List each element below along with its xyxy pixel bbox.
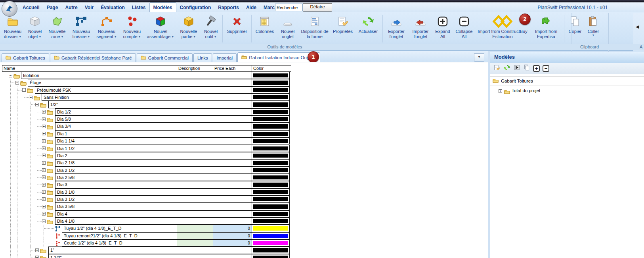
price-each-cell[interactable]: 0 bbox=[213, 239, 252, 246]
name-cell[interactable]: Dia 3 5/8 bbox=[55, 203, 177, 210]
new-linear-button[interactable]: Nouveau linéaire▼ bbox=[69, 13, 93, 44]
description-cell[interactable] bbox=[177, 210, 213, 218]
color-cell[interactable] bbox=[252, 239, 290, 246]
color-cell[interactable] bbox=[252, 137, 290, 144]
name-cell[interactable]: Tuyau 1/2" (dia 4 1/8)_E_T_D bbox=[62, 225, 177, 232]
tab-links[interactable]: Links bbox=[193, 53, 212, 62]
goto-item-icon[interactable] bbox=[513, 64, 520, 73]
tree-expander-plus[interactable]: + bbox=[42, 175, 46, 179]
import-constructbuy-button[interactable]: Import from ConstructBuy Estimation 2 bbox=[476, 13, 529, 44]
tree-expander-minus[interactable]: − bbox=[15, 81, 19, 85]
price-each-cell[interactable] bbox=[213, 79, 252, 86]
color-cell[interactable] bbox=[252, 145, 290, 152]
price-each-cell[interactable] bbox=[213, 174, 252, 181]
price-each-cell[interactable] bbox=[213, 196, 252, 203]
properties-icon[interactable] bbox=[493, 64, 501, 73]
price-each-cell[interactable] bbox=[213, 137, 252, 144]
description-cell[interactable] bbox=[177, 189, 213, 196]
new-tool-button[interactable]: Nouvel outil▼ bbox=[201, 13, 220, 44]
properties-button[interactable]: Propriétés bbox=[331, 13, 355, 44]
import-tab-button[interactable]: Importer l'onglet bbox=[409, 13, 432, 44]
refresh-button[interactable]: Actualiser bbox=[356, 13, 380, 44]
name-cell[interactable]: Dia 4 1/8 bbox=[55, 218, 177, 225]
price-each-cell[interactable] bbox=[213, 203, 252, 210]
columns-button[interactable]: Colonnes bbox=[254, 13, 276, 44]
color-cell[interactable] bbox=[252, 72, 290, 79]
price-each-cell[interactable] bbox=[213, 254, 252, 258]
tree-expander-plus[interactable]: + bbox=[42, 139, 46, 143]
new-count-button[interactable]: Nouveau compte▼ bbox=[120, 13, 144, 44]
name-cell[interactable]: Dia 2 1/2 bbox=[55, 167, 177, 174]
tab-list-dropdown-button[interactable]: ▼ bbox=[474, 53, 484, 62]
color-cell[interactable] bbox=[252, 159, 290, 166]
name-cell[interactable]: 1 1/2" bbox=[48, 254, 177, 258]
planswift-logo-icon[interactable] bbox=[2, 1, 17, 17]
tab-gabarit-r-sidentiel-st-phane-par-[interactable]: Gabarit Résidentiel Stéphane Paré bbox=[50, 53, 136, 62]
tree-expander-minus[interactable]: − bbox=[22, 88, 26, 92]
tree-item-label[interactable]: Total du projet bbox=[512, 88, 540, 93]
color-cell[interactable] bbox=[252, 218, 290, 225]
color-cell[interactable] bbox=[252, 116, 290, 123]
name-cell[interactable]: Dia 5/8 bbox=[55, 116, 177, 123]
description-cell[interactable] bbox=[177, 137, 213, 144]
name-cell[interactable]: Dia 3 1/2 bbox=[55, 196, 177, 203]
tab-gabarit-toitures[interactable]: Gabarit Toitures bbox=[2, 53, 49, 62]
description-cell[interactable] bbox=[177, 72, 213, 79]
color-cell[interactable] bbox=[252, 152, 290, 159]
menu-item-mod-les[interactable]: Modèles bbox=[149, 2, 176, 13]
description-cell[interactable] bbox=[177, 152, 213, 159]
description-cell[interactable] bbox=[177, 123, 213, 130]
tab-gabarit-commercial[interactable]: Gabarit Commercial bbox=[137, 53, 193, 62]
menu-item-voir[interactable]: Voir bbox=[81, 3, 97, 12]
name-cell[interactable]: Dia 1 1/4 bbox=[55, 137, 177, 144]
tree-expander-plus[interactable]: + bbox=[35, 248, 39, 252]
color-cell[interactable] bbox=[252, 232, 290, 239]
color-cell[interactable] bbox=[252, 87, 290, 94]
new-part-button[interactable]: Nouvelle partie▼ bbox=[177, 13, 200, 44]
tree-expander-plus[interactable]: + bbox=[42, 154, 46, 157]
form-layout-button[interactable]: Disposition de la forme bbox=[300, 13, 330, 44]
color-cell[interactable] bbox=[252, 189, 290, 196]
description-cell[interactable] bbox=[177, 116, 213, 123]
price-each-cell[interactable] bbox=[213, 167, 252, 174]
color-cell[interactable] bbox=[252, 181, 290, 188]
delete-button[interactable]: Supprimer bbox=[225, 13, 249, 44]
name-cell[interactable]: Étage bbox=[28, 79, 177, 86]
description-cell[interactable] bbox=[177, 87, 213, 94]
copy-tab-icon[interactable] bbox=[523, 64, 530, 73]
description-cell[interactable] bbox=[177, 225, 213, 232]
price-each-cell[interactable] bbox=[213, 94, 252, 101]
tree-expander-minus[interactable]: − bbox=[9, 74, 12, 77]
name-cell[interactable]: Coude 1/2" (dia 4 1/8)_E_T_D bbox=[62, 239, 177, 246]
description-cell[interactable] bbox=[177, 159, 213, 166]
collapse-minus-button[interactable]: − bbox=[543, 65, 549, 72]
tree-expander-minus[interactable]: − bbox=[42, 219, 46, 223]
tab-imperial[interactable]: imperial bbox=[213, 53, 237, 62]
tree-expander-plus[interactable]: + bbox=[35, 256, 39, 258]
refresh-icon[interactable] bbox=[503, 64, 510, 73]
color-cell[interactable] bbox=[252, 167, 290, 174]
price-each-cell[interactable] bbox=[213, 246, 252, 254]
search-input[interactable] bbox=[275, 4, 303, 11]
price-each-cell[interactable] bbox=[213, 210, 252, 218]
tree-expander-plus[interactable]: + bbox=[42, 205, 46, 208]
new-assembly-button[interactable]: Nouvel assemblage▼ bbox=[145, 13, 176, 44]
tree-expander-minus[interactable]: − bbox=[35, 103, 39, 106]
description-cell[interactable] bbox=[177, 196, 213, 203]
color-cell[interactable] bbox=[252, 254, 290, 258]
description-cell[interactable] bbox=[177, 167, 213, 174]
undo-button[interactable]: Défaire bbox=[303, 3, 332, 12]
menu-item-rapports[interactable]: Rapports bbox=[214, 3, 243, 12]
collapse-all-button[interactable]: Collapse All bbox=[453, 13, 475, 44]
price-each-cell[interactable] bbox=[213, 87, 252, 94]
tree-expander-plus[interactable]: + bbox=[42, 168, 46, 172]
color-cell[interactable] bbox=[252, 246, 290, 254]
name-cell[interactable]: Dia 3 1/8 bbox=[55, 189, 177, 196]
name-cell[interactable]: 1" bbox=[48, 246, 177, 254]
export-tab-button[interactable]: Exporter l'onglet bbox=[385, 13, 408, 44]
description-cell[interactable] bbox=[177, 145, 213, 152]
column-header-price-each[interactable]: Price Each bbox=[213, 65, 254, 72]
new-area-button[interactable]: Nouvelle zone▼ bbox=[46, 13, 68, 44]
name-cell[interactable]: Dia 3 bbox=[55, 181, 177, 188]
color-cell[interactable] bbox=[252, 210, 290, 218]
